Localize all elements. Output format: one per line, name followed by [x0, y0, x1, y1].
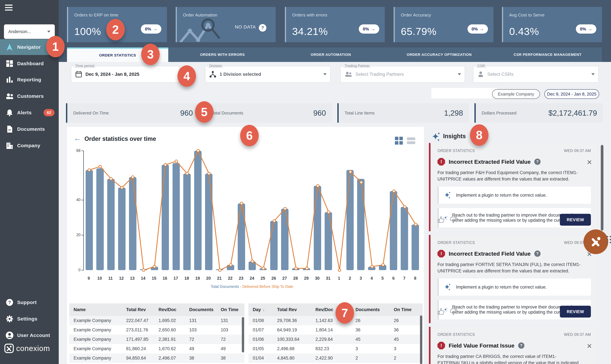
help-icon[interactable]: ? — [259, 24, 266, 32]
days-table-scrollbar[interactable] — [420, 315, 422, 364]
table-cell: 29,708.36 — [273, 318, 311, 323]
thumbs-up-icon[interactable] — [437, 216, 445, 223]
sidebar-item-settings[interactable]: Settings — [0, 311, 59, 327]
insight-title: Incorrect Extracted Field Value — [449, 250, 531, 257]
tab-csr-performance-management[interactable]: CSR PERFORMANCE MANAGEMENT — [493, 47, 602, 62]
annotation-badge-6: 6 — [240, 125, 259, 146]
close-icon[interactable]: × — [587, 343, 592, 350]
kpi-trend-pill[interactable]: 0% → — [359, 24, 379, 34]
table-header-cell[interactable]: Documents — [351, 307, 389, 312]
workspace-selector[interactable]: Anderson... — [4, 24, 55, 39]
help-icon[interactable]: ? — [518, 342, 524, 349]
table-cell: 64,949.19 — [273, 327, 311, 333]
dashboard-icon — [6, 60, 14, 67]
sidebar-item-customers[interactable]: Customers — [0, 88, 59, 104]
table-header-cell[interactable]: On Time — [389, 307, 423, 312]
sort-desc-icon[interactable]: ↓ — [263, 307, 265, 312]
tab-order-automation[interactable]: ORDER AUTOMATION — [277, 47, 385, 62]
list-view-icon[interactable] — [406, 136, 416, 145]
sidebar-item-dashboard[interactable]: Dashboard — [0, 56, 59, 71]
table-header-cell[interactable]: Name — [69, 307, 122, 312]
sidebar-item-label: Support — [17, 299, 37, 305]
person-icon — [477, 71, 484, 78]
insight-card: ORDER STATISTICSWED 09:37 AM!Incorrect E… — [429, 143, 597, 231]
arrow-right-icon: → — [588, 26, 592, 32]
x-axis-label: 16 — [160, 276, 170, 281]
x-axis-label: 26 — [268, 276, 279, 281]
sparkle-icon — [444, 191, 452, 199]
back-arrow-icon[interactable]: ← — [74, 134, 81, 142]
hamburger-menu-icon[interactable] — [5, 5, 13, 12]
stat-dollars-processed: Dollars Processed $2,172,461.79 — [474, 103, 603, 123]
insight-category: ORDER STATISTICS — [437, 332, 475, 337]
table-row: Example Company273,011.762,650.60103103 — [69, 325, 244, 335]
partners-table-scrollbar[interactable] — [242, 317, 244, 352]
stat-label: Dollars Processed — [482, 111, 516, 116]
table-cell: 01/07 — [249, 327, 273, 333]
annotation-badge-8: 8 — [470, 124, 488, 146]
table-cell: 2 — [389, 356, 423, 361]
legend-separator: - — [239, 285, 242, 289]
chart-legend: Total Documents - Delivered Before Ship … — [83, 285, 421, 289]
sidebar-item-company[interactable]: Company — [0, 138, 59, 154]
tab-orders-with-errors[interactable]: ORDERS WITH ERRORS — [168, 47, 277, 62]
help-icon[interactable]: ? — [534, 250, 541, 257]
annotation-badge-2: 2 — [106, 19, 125, 40]
kpi-trend-value: 0% — [580, 26, 586, 32]
drag-handle-icon[interactable] — [607, 236, 611, 243]
review-button[interactable]: REVIEW — [560, 214, 591, 226]
review-button[interactable]: REVIEW — [560, 306, 591, 318]
insights-scrollbar[interactable] — [601, 145, 603, 231]
csr-filter[interactable]: CSR Select CSRs — [473, 66, 599, 83]
kpi-trend-pill[interactable]: 0% → — [141, 24, 161, 34]
table-cell: 222,047.47 — [122, 318, 154, 323]
table-row: Example Company171,497.852,381.917272 — [69, 335, 244, 344]
sidebar-item-alerts[interactable]: Alerts 62 — [0, 105, 59, 121]
table-header-cell[interactable]: Total Rev — [122, 307, 154, 312]
sidebar-item-reporting[interactable]: Reporting — [0, 72, 59, 88]
table-cell: 171,497.85 — [122, 337, 154, 342]
table-header-cell[interactable]: Total Rev — [273, 307, 311, 312]
conexiom-widget-button[interactable] — [583, 229, 608, 254]
tab-order-accuracy-optimization[interactable]: ORDER ACCURACY OPTIMIZATION — [385, 47, 493, 62]
company-chip[interactable]: Example Company — [492, 89, 540, 99]
time-period-filter[interactable]: Time period Dec 9, 2024 - Jan 8, 2025 — [71, 66, 179, 83]
chart-plot-area — [83, 151, 421, 270]
thumbs-up-icon[interactable] — [437, 308, 445, 315]
close-icon[interactable]: × — [587, 159, 592, 166]
x-axis-label: 19 — [192, 276, 203, 281]
kpi-trend-pill[interactable]: 0% → — [468, 24, 488, 34]
table-cell: 38 — [185, 356, 216, 361]
trading-partner-filter[interactable]: Trading Partner Select Trading Partners — [340, 66, 465, 83]
table-cell: 36 — [389, 327, 423, 333]
sidebar-item-support[interactable]: ? Support — [0, 295, 59, 310]
table-header-cell[interactable]: On Time — [216, 307, 244, 312]
thumbs-down-icon[interactable] — [449, 308, 457, 315]
table-header-cell[interactable]: Rev/Doc — [154, 307, 185, 312]
grid-view-icon[interactable] — [395, 136, 403, 145]
table-row: 01/044,845.802,422.9022 — [249, 353, 423, 363]
conexiom-x-icon — [589, 235, 602, 248]
x-axis-label: 6 — [388, 276, 399, 281]
table-header-cell[interactable]: Day↓ — [249, 307, 273, 312]
x-axis-label: 29 — [301, 276, 312, 281]
division-value: 1 Division selected — [220, 72, 261, 77]
help-icon[interactable]: ? — [534, 159, 541, 165]
thumbs-down-icon[interactable] — [449, 216, 457, 223]
x-axis-label: 7 — [399, 276, 410, 281]
division-filter[interactable]: Division 1 Division selected — [205, 66, 331, 83]
x-axis-label: 8 — [410, 276, 421, 281]
kpi-trend-pill[interactable]: 0% → — [576, 24, 596, 34]
sidebar-item-user-account[interactable]: User Account — [0, 327, 59, 343]
x-axis-label: 22 — [225, 276, 236, 281]
table-header-cell[interactable]: Documents — [185, 307, 216, 312]
sidebar-item-documents[interactable]: Documents — [0, 121, 59, 137]
stat-label: Total Line Items — [345, 111, 375, 116]
conexiom-logo: conexiom — [4, 344, 50, 353]
table-cell: 81,860.24 — [122, 346, 154, 351]
order-statistics-card: ← Order statistics over time 6840200 910… — [67, 127, 424, 364]
table-cell: Example Company — [69, 346, 122, 351]
date-range-chip[interactable]: Dec 9, 2024 - Jan 8, 2025 — [544, 89, 599, 99]
division-icon — [209, 71, 216, 78]
insight-suggestion: Implement a plugin to return the correct… — [437, 187, 591, 204]
